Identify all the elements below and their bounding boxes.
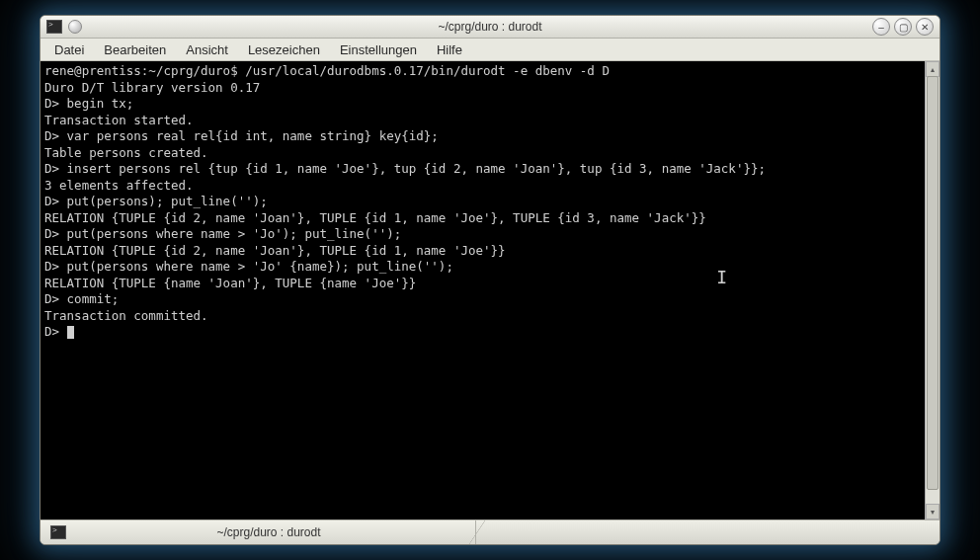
terminal-line: D> insert persons rel {tup {id 1, name '…: [44, 161, 921, 178]
terminal-line: D> put(persons where name > 'Jo' {name})…: [44, 259, 921, 276]
terminal-line: Table persons created.: [44, 145, 921, 162]
scroll-down-button[interactable]: ▾: [926, 504, 939, 520]
terminal-icon: [50, 525, 66, 539]
close-button[interactable]: ✕: [916, 18, 934, 36]
scroll-up-button[interactable]: ▴: [926, 61, 939, 77]
window-title: ~/cprg/duro : durodt: [438, 20, 541, 34]
scrollbar[interactable]: ▴ ▾: [925, 61, 939, 520]
terminal-line: D> put(persons where name > 'Jo'); put_l…: [44, 226, 921, 243]
scrollbar-thumb[interactable]: [927, 76, 939, 490]
menu-file[interactable]: Datei: [44, 40, 94, 59]
cursor-block: [67, 326, 74, 339]
titlebar[interactable]: ~/cprg/duro : durodt – ▢ ✕: [41, 16, 939, 39]
tab-label: ~/cprg/duro : durodt: [72, 525, 465, 539]
terminal-line: D> var persons real rel{id int, name str…: [44, 128, 921, 145]
terminal-line: RELATION {TUPLE {id 2, name 'Joan'}, TUP…: [44, 210, 921, 227]
menu-edit[interactable]: Bearbeiten: [94, 40, 176, 59]
scrollbar-track[interactable]: [926, 76, 939, 505]
tab-bar: ~/cprg/duro : durodt: [41, 520, 939, 544]
terminal-body[interactable]: rene@prentiss:~/cprg/duro$ /usr/local/du…: [41, 61, 925, 520]
menu-view[interactable]: Ansicht: [176, 40, 238, 59]
terminal-line: D>: [44, 324, 921, 341]
terminal-window: ~/cprg/duro : durodt – ▢ ✕ Datei Bearbei…: [40, 15, 940, 545]
terminal-line: RELATION {TUPLE {name 'Joan'}, TUPLE {na…: [44, 276, 921, 292]
terminal-line: D> put(persons); put_line('');: [44, 194, 921, 210]
sticky-button[interactable]: [68, 20, 82, 34]
app-icon: [46, 20, 62, 34]
minimize-button[interactable]: –: [872, 18, 890, 36]
terminal-line: Transaction started.: [44, 113, 921, 129]
terminal-line: Transaction committed.: [44, 308, 921, 325]
terminal-line: D> commit;: [44, 291, 921, 308]
menu-settings[interactable]: Einstellungen: [330, 40, 427, 59]
terminal-line: rene@prentiss:~/cprg/duro$ /usr/local/du…: [44, 63, 921, 80]
menu-help[interactable]: Hilfe: [427, 40, 472, 59]
menubar: Datei Bearbeiten Ansicht Lesezeichen Ein…: [41, 39, 939, 61]
terminal-line: RELATION {TUPLE {id 2, name 'Joan'}, TUP…: [44, 243, 921, 260]
terminal-line: D> begin tx;: [44, 96, 921, 113]
menu-bookmarks[interactable]: Lesezeichen: [238, 40, 330, 59]
maximize-button[interactable]: ▢: [894, 18, 912, 36]
text-cursor-icon: I: [716, 267, 727, 287]
terminal-line: 3 elements affected.: [44, 178, 921, 195]
terminal-line: Duro D/T library version 0.17: [44, 80, 921, 97]
tab-active[interactable]: ~/cprg/duro : durodt: [41, 520, 476, 544]
